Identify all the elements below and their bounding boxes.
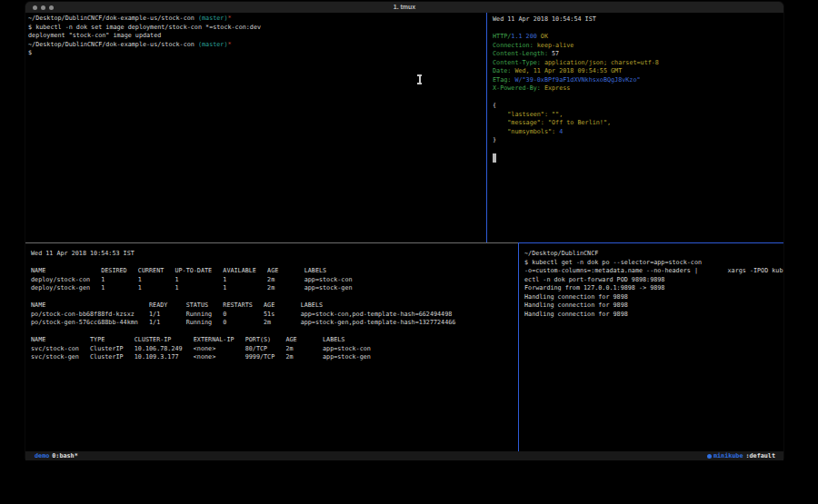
terminal-line: svc/stock-gen ClusterIP 10.109.3.177 <no… bbox=[31, 353, 518, 362]
terminal-line: Forwarding from 127.0.0.1:9898 -> 9898 bbox=[524, 284, 783, 293]
terminal-line: ~/Desktop/DublinCNCF/dok-example-us/stoc… bbox=[28, 15, 486, 24]
tmux-status-bar: demo 0:bash* minikube:default bbox=[25, 451, 783, 460]
block-cursor bbox=[493, 153, 496, 163]
terminal-line: "lastseen": "", bbox=[493, 111, 783, 120]
terminal-text: deploy/stock-gen 1 1 1 1 2m app=stock-ge… bbox=[31, 284, 353, 292]
terminal-text: keep-alive bbox=[534, 42, 574, 49]
terminal-text: application/json; charset=utf-8 bbox=[541, 59, 659, 66]
terminal-text: svc/stock-con ClusterIP 10.106.78.249 <n… bbox=[31, 345, 371, 352]
terminal-line: $ kubectl -n dok set image deployment/st… bbox=[28, 24, 486, 33]
terminal-text: Content-Length: bbox=[493, 50, 548, 57]
terminal-text: Express bbox=[541, 84, 571, 92]
pane-bottom-right-port-forward[interactable]: ~/Desktop/DublinCNCF$ kubectl get -n dok… bbox=[519, 243, 783, 451]
terminal-line bbox=[493, 153, 783, 163]
terminal-text: Handling connection for 9898 bbox=[524, 293, 628, 301]
terminal-line: } bbox=[493, 136, 783, 145]
terminal-line: Wed 11 Apr 2018 10:54:53 IST bbox=[31, 250, 518, 259]
terminal-text: deploy/stock-con 1 1 1 1 2m app=stock-co… bbox=[31, 276, 353, 283]
terminal-text: po/stock-gen-576cc688bb-44kmn 1/1 Runnin… bbox=[31, 319, 455, 326]
kube-context: minikube bbox=[713, 452, 743, 460]
terminal-line: HTTP/1.1 200 OK bbox=[493, 33, 783, 42]
terminal-text: "numsymbols": bbox=[493, 128, 559, 135]
terminal-text: Wed 11 Apr 2018 10:54:54 IST bbox=[493, 15, 596, 23]
terminal-text: ~/Desktop/DublinCNCF/dok-example-us/stoc… bbox=[28, 41, 198, 48]
terminal-line: Handling connection for 9898 bbox=[524, 293, 783, 302]
terminal-text: * bbox=[227, 41, 231, 48]
terminal-text: ~/Desktop/DublinCNCF/dok-example-us/stoc… bbox=[28, 15, 198, 22]
terminal-line: Handling connection for 9898 bbox=[524, 301, 783, 311]
terminal-text: ectl -n dok port-forward POD 9898:9898 bbox=[524, 276, 664, 283]
terminal-text: $ kubectl -n dok set image deployment/st… bbox=[28, 24, 261, 31]
terminal-line: deploy/stock-con 1 1 1 1 2m app=stock-co… bbox=[31, 276, 518, 285]
kube-status: minikube bbox=[707, 452, 743, 460]
terminal-text: W/"39-0xBPf9aF1dXVNkhsxoBQgJ8vKzo" bbox=[511, 76, 640, 84]
terminal-line: ~/Desktop/DublinCNCF bbox=[524, 250, 783, 259]
terminal-text: Wed, 11 Apr 2018 09:54:55 GMT bbox=[511, 67, 622, 74]
terminal-line: "message": "Off to Berlin!", bbox=[493, 119, 783, 128]
terminal-text: Connection: bbox=[493, 42, 534, 49]
terminal-line: deploy/stock-gen 1 1 1 1 2m app=stock-ge… bbox=[31, 284, 518, 293]
window-titlebar[interactable]: 1. tmux bbox=[25, 2, 783, 13]
terminal-text: Forwarding from 127.0.0.1:9898 -> 9898 bbox=[524, 284, 664, 292]
terminal-line: ETag: W/"39-0xBPf9aF1dXVNkhsxoBQgJ8vKzo" bbox=[493, 76, 783, 85]
pane-top-left-shell[interactable]: ~/Desktop/DublinCNCF/dok-example-us/stoc… bbox=[25, 13, 486, 242]
status-left: demo 0:bash* bbox=[35, 452, 78, 460]
terminal-window: 1. tmux ~/Desktop/DublinCNCF/dok-example… bbox=[25, 2, 783, 460]
terminal-text: Handling connection for 9898 bbox=[524, 301, 628, 309]
terminal-text: ~/Desktop/DublinCNCF bbox=[524, 250, 598, 257]
terminal-line: Wed 11 Apr 2018 10:54:54 IST bbox=[493, 15, 783, 25]
terminal-text: -o=custom-columns=:metadata.name --no-he… bbox=[524, 267, 783, 274]
terminal-text: OK bbox=[541, 33, 548, 40]
terminal-text: HTTP/ bbox=[493, 33, 511, 40]
terminal-line: Date: Wed, 11 Apr 2018 09:54:55 GMT bbox=[493, 67, 783, 76]
terminal-line: NAME READY STATUS RESTARTS AGE LABELS bbox=[31, 301, 518, 311]
terminal-text: X-Powered-By: bbox=[493, 84, 541, 92]
terminal-line: "numsymbols": 4 bbox=[493, 128, 783, 137]
terminal-text: svc/stock-gen ClusterIP 10.109.3.177 <no… bbox=[31, 353, 371, 361]
terminal-line: $ bbox=[28, 49, 486, 58]
window-title: 1. tmux bbox=[25, 2, 783, 13]
terminal-text: Content-Type: bbox=[493, 59, 541, 66]
terminal-line bbox=[493, 145, 783, 154]
terminal-text: NAME READY STATUS RESTARTS AGE LABELS bbox=[31, 301, 323, 309]
terminal-text: } bbox=[493, 136, 496, 143]
terminal-text: 1.1 200 bbox=[511, 33, 536, 40]
terminal-line bbox=[493, 94, 783, 103]
terminal-line: svc/stock-con ClusterIP 10.106.78.249 <n… bbox=[31, 345, 518, 354]
terminal-text: Date: bbox=[493, 67, 511, 74]
terminal-line: ectl -n dok port-forward POD 9898:9898 bbox=[524, 276, 783, 285]
terminal-line: -o=custom-columns=:metadata.name --no-he… bbox=[524, 267, 783, 276]
terminal-line: po/stock-con-bb68f88fd-kzsxz 1/1 Running… bbox=[31, 311, 518, 320]
terminal-line: Handling connection for 9898 bbox=[524, 311, 783, 320]
terminal-text: ETag: bbox=[493, 76, 511, 84]
terminal-line: Connection: keep-alive bbox=[493, 42, 783, 51]
terminal-line: NAME DESIRED CURRENT UP-TO-DATE AVAILABL… bbox=[31, 267, 518, 276]
terminal-text: 57 bbox=[548, 50, 559, 57]
terminal-line bbox=[31, 328, 518, 337]
terminal-text: Wed 11 Apr 2018 10:54:53 IST bbox=[31, 250, 135, 257]
terminal-text: (master) bbox=[198, 41, 228, 48]
terminal-text: (master) bbox=[198, 15, 228, 22]
kubernetes-helm-icon bbox=[707, 454, 712, 459]
window-tab-bash[interactable]: 0:bash* bbox=[52, 452, 77, 460]
tmux-pane-grid: ~/Desktop/DublinCNCF/dok-example-us/stoc… bbox=[25, 13, 783, 451]
terminal-line: Content-Length: 57 bbox=[493, 50, 783, 59]
terminal-line: { bbox=[493, 102, 783, 111]
terminal-text: deployment "stock-con" image updated bbox=[28, 32, 161, 39]
terminal-text: po/stock-con-bb68f88fd-kzsxz 1/1 Running… bbox=[31, 311, 452, 318]
pane-top-right-http-response[interactable]: Wed 11 Apr 2018 10:54:54 IST HTTP/1.1 20… bbox=[487, 13, 783, 242]
terminal-line: X-Powered-By: Express bbox=[493, 84, 783, 94]
terminal-text: "message": "Off to Berlin!", bbox=[493, 119, 611, 126]
terminal-line bbox=[493, 25, 783, 34]
terminal-text: Handling connection for 9898 bbox=[524, 311, 628, 318]
status-right: minikube:default bbox=[707, 452, 775, 460]
terminal-line: Content-Type: application/json; charset=… bbox=[493, 59, 783, 68]
terminal-line: NAME TYPE CLUSTER-IP EXTERNAL-IP PORT(S)… bbox=[31, 336, 518, 345]
terminal-line: po/stock-gen-576cc688bb-44kmn 1/1 Runnin… bbox=[31, 319, 518, 328]
session-name: demo bbox=[35, 452, 49, 460]
pane-bottom-left-kubectl-get[interactable]: Wed 11 Apr 2018 10:54:53 IST NAME DESIRE… bbox=[25, 243, 518, 451]
mouse-cursor-ibeam bbox=[417, 74, 422, 84]
terminal-text: "lastseen": "", bbox=[493, 111, 563, 118]
terminal-line bbox=[31, 293, 518, 302]
terminal-line: $ kubectl get -n dok po --selector=app=s… bbox=[524, 259, 783, 268]
